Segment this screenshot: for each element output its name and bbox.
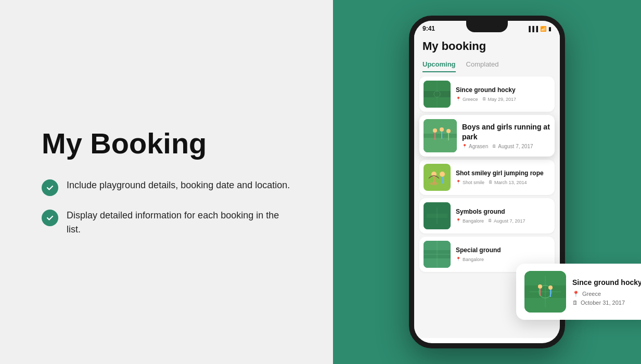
calendar-icon-4: 🗓	[488, 218, 492, 223]
left-panel: My Booking Include playground details, b…	[0, 0, 333, 364]
floating-card-info: Since ground hocky 📍 Greece 🗓 October 31…	[572, 278, 641, 306]
floating-card: Since ground hocky 📍 Greece 🗓 October 31…	[516, 264, 641, 320]
location-2: 📍 Agrasen	[462, 144, 488, 149]
status-time: 9:41	[422, 25, 435, 32]
phone-app-title: My booking	[422, 40, 552, 53]
booking-info-4: Symbols ground 📍 Bangalore 🗓 August 7, 2…	[456, 208, 550, 224]
svg-point-10	[446, 129, 451, 133]
calendar-icon-1: 🗓	[482, 97, 486, 101]
booking-meta-2: 📍 Agrasen 🗓 August 7, 2017	[462, 144, 550, 149]
tabs-container: Upcoming Complated	[414, 56, 560, 72]
svg-point-33	[548, 285, 553, 290]
svg-point-31	[538, 284, 542, 289]
floating-date: 🗓 October 31, 2017	[572, 300, 641, 306]
svg-point-15	[430, 182, 438, 185]
date-3: 🗓 March 13, 2014	[489, 180, 527, 185]
booking-name-2: Boys and girls running at park	[462, 122, 550, 141]
location-1: 📍 Greece	[456, 97, 478, 102]
feature-text-1: Include playground details, booking date…	[67, 178, 290, 192]
booking-info-1: Since ground hocky 📍 Greece 🗓 May 29, 20…	[456, 86, 550, 102]
location-5: 📍 Bangalore	[456, 257, 484, 262]
location-icon-4: 📍	[456, 218, 461, 223]
booking-name-5: Special ground	[456, 246, 550, 255]
location-4: 📍 Bangalore	[456, 218, 484, 224]
booking-img-1	[424, 81, 451, 108]
feature-list: Include playground details, booking date…	[42, 178, 291, 237]
booking-img-5	[424, 241, 451, 268]
booking-info-2: Boys and girls running at park 📍 Agrasen…	[462, 122, 550, 149]
booking-item-1[interactable]: Since ground hocky 📍 Greece 🗓 May 29, 20…	[419, 76, 555, 112]
svg-rect-12	[424, 164, 451, 191]
check-icon-1	[42, 179, 58, 196]
tab-upcoming[interactable]: Upcoming	[422, 60, 456, 72]
location-icon-2: 📍	[462, 144, 467, 149]
calendar-icon-3: 🗓	[489, 180, 493, 185]
battery-icon: ▮	[548, 26, 552, 32]
page-title: My Booking	[42, 127, 291, 160]
status-icons: ▐▐▐ 📶 ▮	[527, 26, 552, 32]
svg-point-8	[440, 127, 444, 132]
booking-item-4[interactable]: Symbols ground 📍 Bangalore 🗓 August 7, 2…	[419, 198, 555, 233]
check-icon-2	[42, 210, 58, 226]
svg-point-6	[433, 128, 437, 133]
location-icon-1: 📍	[456, 97, 461, 101]
location-3: 📍 Shot smile	[456, 180, 484, 185]
floating-card-img	[524, 271, 566, 313]
booking-name-4: Symbols ground	[456, 208, 550, 216]
floating-card-meta: 📍 Greece 🗓 October 31, 2017	[572, 291, 641, 306]
phone-header: My booking	[414, 34, 560, 56]
booking-list: Since ground hocky 📍 Greece 🗓 May 29, 20…	[414, 72, 560, 276]
feature-item-1: Include playground details, booking date…	[42, 178, 291, 196]
date-2: 🗓 August 7, 2017	[492, 144, 533, 149]
booking-info-5: Special ground 📍 Bangalore	[456, 246, 550, 262]
location-icon-3: 📍	[456, 180, 461, 185]
booking-item-2[interactable]: Boys and girls running at park 📍 Agrasen…	[419, 115, 555, 157]
right-panel: 9:41 ▐▐▐ 📶 ▮ My booking Upcoming Complat…	[333, 0, 641, 364]
date-1: 🗓 May 29, 2017	[482, 97, 517, 102]
phone-notch	[466, 21, 508, 32]
signal-icon: ▐▐▐	[527, 26, 538, 32]
svg-point-16	[440, 172, 445, 177]
booking-name-3: Shot smiley girl jumping rope	[456, 170, 550, 178]
booking-item-3[interactable]: Shot smiley girl jumping rope 📍 Shot smi…	[419, 160, 555, 195]
booking-name-1: Since ground hocky	[456, 86, 550, 95]
tab-completed[interactable]: Complated	[466, 60, 499, 72]
floating-location: 📍 Greece	[572, 291, 641, 297]
booking-img-3	[424, 164, 451, 191]
booking-meta-4: 📍 Bangalore 🗓 August 7, 2017	[456, 218, 550, 224]
calendar-icon-2: 🗓	[492, 144, 496, 149]
booking-meta-1: 📍 Greece 🗓 May 29, 2017	[456, 97, 550, 102]
date-4: 🗓 August 7, 2017	[488, 218, 525, 224]
floating-location-icon: 📍	[572, 291, 580, 297]
svg-rect-5	[424, 134, 457, 138]
floating-calendar-icon: 🗓	[572, 300, 578, 306]
location-icon-5: 📍	[456, 257, 461, 262]
wifi-icon: 📶	[540, 26, 546, 32]
booking-meta-3: 📍 Shot smile 🗓 March 13, 2014	[456, 180, 550, 185]
feature-text-2: Display detailed information for each bo…	[67, 209, 291, 237]
booking-meta-5: 📍 Bangalore	[456, 257, 550, 262]
booking-img-4	[424, 202, 451, 229]
floating-card-name: Since ground hocky	[572, 278, 641, 287]
booking-img-2	[424, 119, 457, 152]
feature-item-2: Display detailed information for each bo…	[42, 209, 291, 237]
booking-info-3: Shot smiley girl jumping rope 📍 Shot smi…	[456, 170, 550, 185]
